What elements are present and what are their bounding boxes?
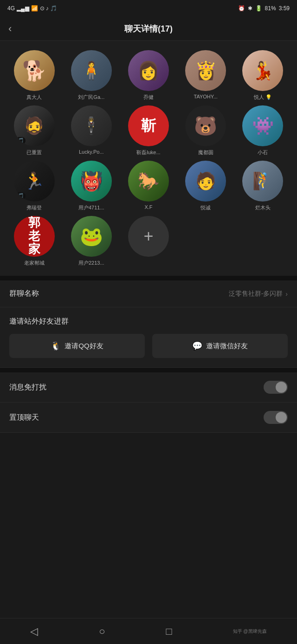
- member-name: 靳磊luke...: [128, 149, 169, 156]
- header: ‹ 聊天详情(17): [0, 17, 297, 41]
- avatar: 🧔 🎵: [14, 105, 55, 146]
- member-name: 弗瑞登: [13, 204, 55, 211]
- avatar: 🧑: [185, 161, 226, 202]
- bluetooth-icon: ✱: [248, 5, 252, 12]
- signal-bars: ▂▄▆: [17, 5, 29, 12]
- status-right: ⏰ ✱ 🔋 81% 3:59: [238, 5, 290, 12]
- member-item[interactable]: 🏃 🎵 弗瑞登: [7, 161, 61, 211]
- status-left: 4G ▂▄▆ 📶 ⊙ ♪ 🎵: [7, 5, 57, 12]
- group-name-value: 泛零售社群-多闪群 ›: [229, 290, 288, 298]
- alarm-icon: ⏰: [238, 5, 245, 12]
- avatar: 靳: [128, 105, 169, 146]
- plus-icon: +: [143, 227, 153, 246]
- invite-label: 邀请站外好友进群: [9, 317, 288, 326]
- member-name: 烂木头: [242, 204, 284, 211]
- member-item[interactable]: 🐻 魔都圆: [179, 105, 232, 156]
- member-item[interactable]: 🐸 用户2213...: [65, 216, 118, 267]
- avatar: 👾: [242, 105, 283, 146]
- nav-recent-button[interactable]: □: [166, 625, 172, 637]
- section-divider: [0, 276, 297, 280]
- watermark-text: 知乎 @黑啤先森: [233, 628, 267, 635]
- avatar: 🐸: [71, 216, 112, 257]
- section-divider-2: [0, 368, 297, 372]
- member-item[interactable]: 👾 小石: [236, 105, 290, 156]
- member-name: TAYOHY...: [185, 94, 226, 99]
- add-member-button[interactable]: +: [128, 216, 169, 257]
- invite-qq-label: 邀请QQ好友: [65, 342, 103, 351]
- member-name: 用户4711...: [71, 204, 112, 211]
- avatar: 👩: [128, 50, 169, 91]
- member-item[interactable]: 靳 靳磊luke...: [122, 105, 175, 156]
- member-name: 悦诚: [185, 204, 226, 211]
- avatar: 🏃 🎵: [14, 161, 55, 202]
- member-name: 真大人: [13, 94, 55, 101]
- member-name: 老家郸城: [13, 260, 55, 267]
- member-name: 用户2213...: [71, 260, 112, 267]
- member-name: 魔都圆: [185, 149, 226, 156]
- avatar: 💃: [242, 50, 283, 91]
- avatar: 🐕: [14, 50, 55, 91]
- wifi-icon: 📶: [31, 5, 38, 12]
- member-section: 🐕 真大人 🧍 刘广民Ga... 👩 乔健 👸 TA: [0, 41, 297, 276]
- invite-wechat-label: 邀请微信好友: [206, 342, 248, 351]
- group-name-row[interactable]: 群聊名称 泛零售社群-多闪群 ›: [0, 280, 297, 307]
- member-name: 已重置: [13, 149, 55, 156]
- back-nav-icon: ◁: [30, 625, 38, 637]
- member-item[interactable]: 🧑 悦诚: [179, 161, 232, 211]
- do-not-disturb-label: 消息免打扰: [9, 383, 46, 392]
- member-grid: 🐕 真大人 🧍 刘广民Ga... 👩 乔健 👸 TA: [7, 50, 290, 271]
- member-item[interactable]: 🧔 🎵 已重置: [7, 105, 61, 156]
- member-item[interactable]: 🐕 真大人: [7, 50, 61, 101]
- battery-icon: 🔋: [255, 5, 262, 12]
- battery-percent: 81%: [265, 5, 276, 12]
- invite-qq-button[interactable]: 🐧 邀请QQ好友: [9, 334, 145, 358]
- signal-icon: 4G: [7, 5, 15, 12]
- invite-buttons: 🐧 邀请QQ好友 💬 邀请微信好友: [9, 334, 288, 358]
- status-bar: 4G ▂▄▆ 📶 ⊙ ♪ 🎵 ⏰ ✱ 🔋 81% 3:59: [0, 0, 297, 17]
- member-item[interactable]: 郭老家 老家郸城: [7, 216, 61, 267]
- member-item[interactable]: 👩 乔健: [122, 50, 175, 101]
- member-item[interactable]: 👹 用户4711...: [65, 161, 118, 211]
- avatar: 🐻: [185, 105, 226, 146]
- member-name: Lucky.Po...: [71, 149, 112, 155]
- do-not-disturb-toggle[interactable]: [264, 381, 288, 394]
- nav-zhihu-watermark: 知乎 @黑啤先森: [233, 628, 267, 635]
- avatar: 🕴️: [71, 105, 112, 146]
- member-item[interactable]: 🧍 刘广民Ga...: [65, 50, 118, 101]
- settings-section: 群聊名称 泛零售社群-多闪群 › 邀请站外好友进群 🐧 邀请QQ好友 💬 邀请微…: [0, 280, 297, 433]
- do-not-disturb-row[interactable]: 消息免打扰: [0, 372, 297, 403]
- pin-chat-row[interactable]: 置顶聊天: [0, 403, 297, 433]
- member-name: X.F: [128, 204, 169, 210]
- wechat-icon: 💬: [192, 341, 202, 351]
- member-item[interactable]: 👸 TAYOHY...: [179, 50, 232, 101]
- extra-icons: ⊙ ♪ 🎵: [40, 5, 58, 12]
- member-item[interactable]: 🐎 X.F: [122, 161, 175, 211]
- avatar: 郭老家: [14, 216, 55, 257]
- member-name: 刘广民Ga...: [71, 94, 112, 101]
- back-button[interactable]: ‹: [8, 23, 12, 35]
- member-name: 悦人 💡: [242, 94, 284, 101]
- member-name: 小石: [242, 149, 284, 156]
- page-title: 聊天详情(17): [124, 23, 173, 34]
- recent-nav-icon: □: [166, 625, 172, 637]
- nav-back-button[interactable]: ◁: [30, 625, 38, 637]
- member-item[interactable]: 💃 悦人 💡: [236, 50, 290, 101]
- qq-icon: 🐧: [51, 341, 61, 351]
- home-nav-icon: ○: [99, 625, 105, 637]
- pin-chat-label: 置顶聊天: [9, 413, 39, 423]
- avatar: 🧗: [242, 161, 283, 202]
- add-member-item[interactable]: +: [122, 216, 175, 267]
- pin-chat-toggle[interactable]: [264, 411, 288, 424]
- nav-home-button[interactable]: ○: [99, 625, 105, 637]
- avatar: 👸: [185, 50, 226, 91]
- bottom-navigation: ◁ ○ □ 知乎 @黑啤先森: [0, 618, 297, 644]
- member-item[interactable]: 🕴️ Lucky.Po...: [65, 105, 118, 156]
- member-item[interactable]: 🧗 烂木头: [236, 161, 290, 211]
- avatar: 👹: [71, 161, 112, 202]
- invite-section: 邀请站外好友进群 🐧 邀请QQ好友 💬 邀请微信好友: [0, 307, 297, 368]
- group-name-text: 泛零售社群-多闪群: [229, 290, 283, 298]
- avatar: 🐎: [128, 161, 169, 202]
- invite-wechat-button[interactable]: 💬 邀请微信好友: [152, 334, 288, 358]
- group-name-label: 群聊名称: [9, 289, 39, 299]
- avatar: 🧍: [71, 50, 112, 91]
